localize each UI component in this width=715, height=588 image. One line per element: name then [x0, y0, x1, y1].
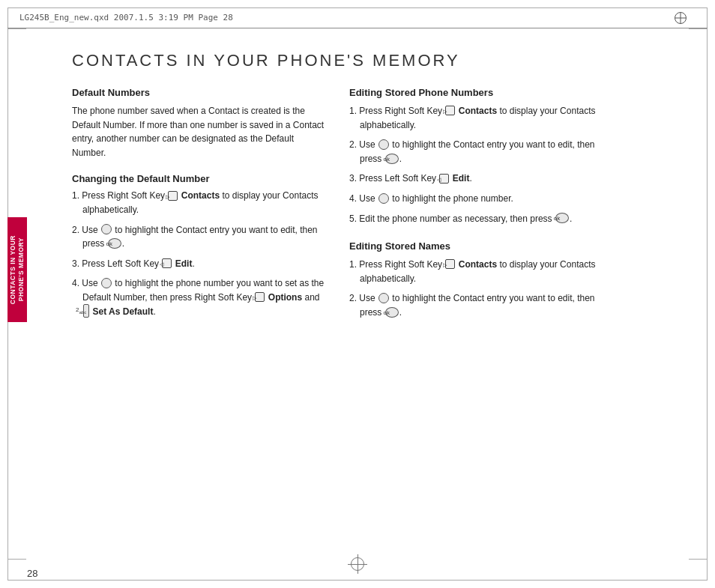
- set-as-default-bold: Set As Default: [92, 306, 153, 317]
- changing-default-steps: 1. Press Right Soft Key ▷ Contacts to di…: [72, 189, 327, 318]
- two-column-layout: Default Numbers The phone number saved w…: [72, 87, 700, 326]
- nav-icon-4: [101, 278, 112, 288]
- step-left-1: 1. Press Right Soft Key ▷ Contacts to di…: [72, 189, 327, 216]
- ok-icon-r5: ok: [555, 213, 569, 223]
- step-right-1: 1. Press Right Soft Key ▷ Contacts to di…: [349, 104, 604, 132]
- default-numbers-title: Default Numbers: [72, 87, 327, 98]
- step-left-3: 3. Press Left Soft Key ◁ Edit.: [72, 257, 327, 271]
- right-column: Editing Stored Phone Numbers 1. Press Ri…: [349, 87, 604, 326]
- editing-names-steps: 1. Press Right Soft Key ▷ Contacts to di…: [349, 258, 604, 319]
- contacts-bold-r1: Contacts: [459, 106, 497, 116]
- nav-icon-2: [101, 224, 112, 234]
- step-right-2: 2. Use to highlight the Contact entry yo…: [349, 138, 604, 166]
- editing-phone-section: Editing Stored Phone Numbers 1. Press Ri…: [349, 87, 604, 225]
- bottom-crosshair: [351, 557, 364, 573]
- header-file-info: LG245B_Eng_new.qxd 2007.1.5 3:19 PM Page…: [19, 13, 233, 22]
- ok-icon-n2: ok: [385, 307, 399, 318]
- step-right-5: 5. Edit the phone number as necessary, t…: [349, 212, 604, 226]
- ok-icon-2: ok: [108, 238, 121, 249]
- numkey-2-icon: 2abc: [83, 304, 89, 318]
- corner-line-bl: [7, 559, 26, 560]
- default-numbers-body: The phone number saved when a Contact is…: [72, 104, 327, 160]
- edit-bold-r3: Edit: [453, 173, 470, 184]
- options-bold-4: Options: [268, 292, 302, 303]
- editing-phone-steps: 1. Press Right Soft Key ▷ Contacts to di…: [349, 104, 604, 225]
- main-content: CONTACTS IN YOUR PHONE'S MEMORY Default …: [27, 28, 700, 558]
- right-softkey-icon-r1: ▷: [445, 106, 455, 115]
- corner-line-br: [689, 559, 708, 560]
- step-names-1: 1. Press Right Soft Key ▷ Contacts to di…: [349, 258, 604, 285]
- changing-default-title: Changing the Default Number: [72, 173, 327, 184]
- page-title: CONTACTS IN YOUR PHONE'S MEMORY: [72, 51, 700, 70]
- left-softkey-icon-r3: ◁: [439, 174, 449, 184]
- sidebar-tab-label: CONTACTS IN YOURPHONE'S MEMORY: [9, 235, 25, 304]
- nav-icon-r2: [378, 139, 389, 150]
- header-bar: LG245B_Eng_new.qxd 2007.1.5 3:19 PM Page…: [7, 7, 708, 28]
- bottom-crosshair-icon: [351, 557, 364, 571]
- ok-icon-r2: ok: [385, 154, 399, 164]
- step-left-2: 2. Use to highlight the Contact entry yo…: [72, 223, 327, 251]
- contacts-bold-n1: Contacts: [459, 259, 497, 270]
- right-softkey-icon-4: ▷: [255, 292, 265, 302]
- nav-icon-r4: [378, 193, 389, 204]
- left-column: Default Numbers The phone number saved w…: [72, 87, 327, 326]
- step-names-2: 2. Use to highlight the Contact entry yo…: [349, 291, 604, 319]
- editing-names-title: Editing Stored Names: [349, 240, 604, 252]
- right-softkey-icon-n1: ▷: [445, 259, 455, 269]
- right-softkey-icon-1: ▷: [168, 191, 178, 201]
- nav-icon-n2: [378, 293, 389, 303]
- header-crosshair-icon: [675, 12, 687, 24]
- step-left-4: 4. Use to highlight the phone number you…: [72, 276, 327, 318]
- page-number: 28: [27, 568, 37, 579]
- step-right-4: 4. Use to highlight the phone number.: [349, 192, 604, 206]
- corner-line-tl: [7, 28, 26, 29]
- editing-phone-title: Editing Stored Phone Numbers: [349, 87, 604, 98]
- sidebar-tab: CONTACTS IN YOURPHONE'S MEMORY: [7, 217, 27, 322]
- editing-names-section: Editing Stored Names 1. Press Right Soft…: [349, 240, 604, 319]
- step-right-3: 3. Press Left Soft Key ◁ Edit.: [349, 172, 604, 186]
- left-softkey-icon-3: ◁: [162, 258, 172, 268]
- contacts-bold-1: Contacts: [181, 190, 220, 201]
- edit-bold-3: Edit: [175, 258, 193, 269]
